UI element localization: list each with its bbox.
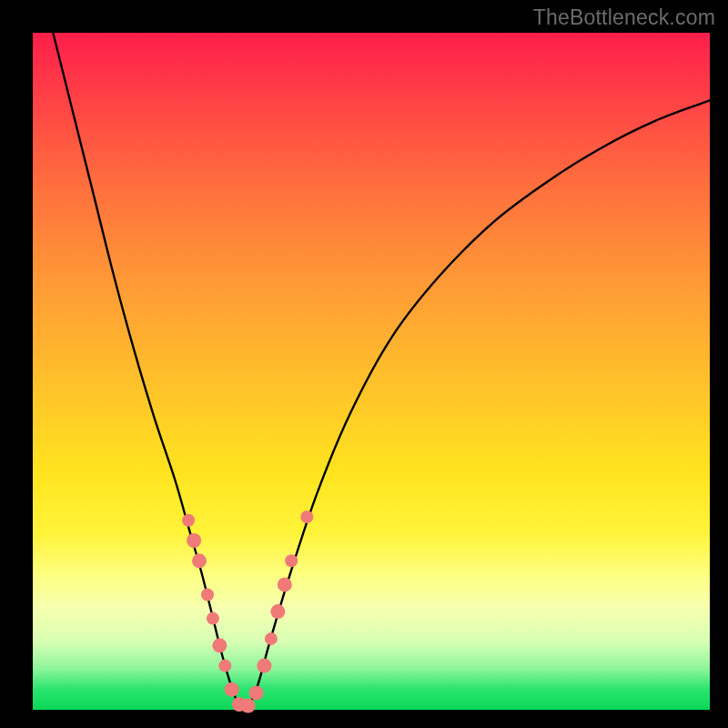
sample-point (201, 589, 214, 602)
sample-point (182, 514, 195, 527)
sample-point (187, 533, 201, 548)
sample-point (300, 511, 313, 523)
sample-point (212, 638, 227, 652)
sample-point (257, 659, 271, 673)
sample-point (192, 553, 207, 568)
plot-area (33, 33, 710, 710)
sample-point (285, 554, 298, 567)
bottleneck-curve (53, 33, 710, 710)
chart-svg (33, 33, 710, 710)
sample-point (278, 577, 292, 592)
sample-point (270, 604, 285, 619)
sample-point (225, 682, 239, 697)
watermark-text: TheBottleneck.com (533, 5, 715, 30)
sample-point (265, 632, 278, 645)
sample-points-group (182, 511, 313, 713)
sample-point (241, 699, 256, 713)
sample-point (218, 660, 231, 672)
sample-point (249, 685, 264, 700)
chart-frame: TheBottleneck.com (0, 0, 728, 728)
sample-point (207, 612, 219, 625)
